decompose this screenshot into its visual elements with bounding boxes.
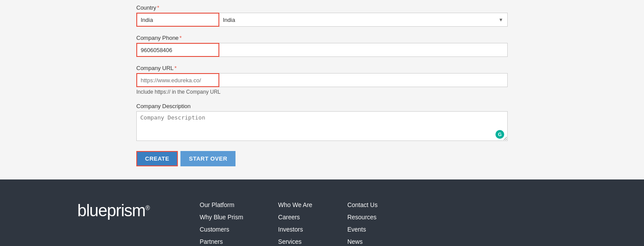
url-input[interactable] <box>136 73 219 87</box>
phone-input-extended[interactable] <box>219 43 508 57</box>
footer-link-events[interactable]: Events <box>347 226 377 233</box>
footer-link-our-platform[interactable]: Our Platform <box>200 201 243 208</box>
footer-col-1: Our Platform Why Blue Prism Customers Pa… <box>200 201 243 245</box>
phone-group: Company Phone* <box>136 35 508 57</box>
country-required: * <box>157 4 159 11</box>
phone-label: Company Phone* <box>136 35 508 41</box>
start-over-button[interactable]: START OVER <box>180 151 235 166</box>
country-input-row: India ▼ <box>136 13 508 27</box>
footer-link-partners[interactable]: Partners <box>200 238 243 245</box>
country-select[interactable]: India <box>219 13 508 27</box>
footer-logo-text: blueprism® <box>77 201 165 220</box>
form-section: Country* India ▼ Company Phone* <box>0 0 644 179</box>
description-group: Company Description G <box>136 103 508 142</box>
footer-link-investors[interactable]: Investors <box>278 226 312 233</box>
url-label: Company URL* <box>136 65 508 71</box>
url-hint: Include https:// in the Company URL <box>136 89 508 95</box>
description-label: Company Description <box>136 103 508 109</box>
country-label: Country* <box>136 4 508 11</box>
footer-link-contact-us[interactable]: Contact Us <box>347 201 377 208</box>
logo-registered: ® <box>145 204 149 211</box>
url-group: Company URL* Include https:// in the Com… <box>136 65 508 95</box>
country-input[interactable] <box>136 13 219 27</box>
footer-link-services[interactable]: Services <box>278 238 312 245</box>
logo-word: blueprism <box>77 201 145 220</box>
url-required: * <box>174 65 177 71</box>
phone-input[interactable] <box>136 43 219 57</box>
url-input-row <box>136 73 508 87</box>
footer-link-resources[interactable]: Resources <box>347 214 377 221</box>
phone-required: * <box>180 35 182 41</box>
country-select-wrapper: India ▼ <box>219 13 508 27</box>
footer-col-3: Contact Us Resources Events News <box>347 201 377 245</box>
phone-input-row <box>136 43 508 57</box>
footer-inner: blueprism® Our Platform Why Blue Prism C… <box>60 201 584 245</box>
footer-nav: Our Platform Why Blue Prism Customers Pa… <box>200 201 567 245</box>
url-input-extended[interactable] <box>219 73 508 87</box>
description-textarea[interactable] <box>136 111 508 141</box>
button-row: CREATE START OVER <box>136 151 508 166</box>
description-textarea-wrapper: G <box>136 111 508 142</box>
footer-link-who-we-are[interactable]: Who We Are <box>278 201 312 208</box>
footer: blueprism® Our Platform Why Blue Prism C… <box>0 179 644 246</box>
footer-link-careers[interactable]: Careers <box>278 214 312 221</box>
footer-link-why-blue-prism[interactable]: Why Blue Prism <box>200 214 243 221</box>
footer-link-news[interactable]: News <box>347 238 377 245</box>
grammarly-icon: G <box>495 130 504 139</box>
footer-link-customers[interactable]: Customers <box>200 226 243 233</box>
footer-logo: blueprism® <box>77 201 165 220</box>
footer-col-2: Who We Are Careers Investors Services <box>278 201 312 245</box>
create-button[interactable]: CREATE <box>136 151 178 166</box>
country-group: Country* India ▼ <box>136 4 508 27</box>
